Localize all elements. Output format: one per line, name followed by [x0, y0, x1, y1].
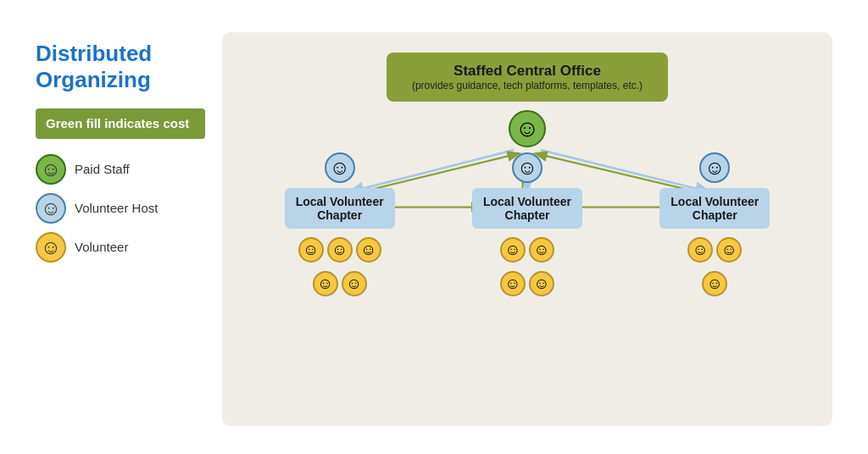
chapter-right-box: Local Volunteer Chapter [659, 188, 770, 229]
central-office-box: Staffed Central Office (provides guidanc… [387, 53, 668, 102]
legend-volunteer-label: Volunteer [75, 240, 128, 254]
volunteer-host-icon: ☺ [36, 193, 66, 224]
chapter-left-box: Local Volunteer Chapter [285, 188, 395, 229]
central-staff-icon: ☺ [509, 110, 546, 147]
chapter-left: ☺ Local Volunteer Chapter ☺ ☺ ☺ ☺ ☺ [281, 152, 399, 296]
volunteers-right-top: ☺ ☺ [687, 237, 742, 263]
volunteers-left-bottom: ☺ ☺ [313, 271, 367, 296]
volunteer-icon: ☺ [687, 237, 713, 263]
diagram-body: ☺ ☺ Local Volunteer Chapter ☺ ☺ ☺ ☺ ☺ [246, 108, 809, 406]
central-office-subtitle: (provides guidance, tech platforms, temp… [412, 80, 643, 91]
legend-volunteer-host: ☺ Volunteer Host [36, 193, 205, 224]
volunteers-center-top: ☺ ☺ [500, 237, 554, 263]
left-panel: Distributed Organizing Green fill indica… [36, 32, 205, 263]
volunteer-host-left-icon: ☺ [325, 152, 355, 183]
green-fill-indicator: Green fill indicates cost [36, 108, 205, 139]
page-container: Distributed Organizing Green fill indica… [19, 15, 849, 439]
volunteers-right-bottom: ☺ [702, 271, 727, 296]
volunteer-host-center-icon: ☺ [512, 152, 542, 183]
volunteer-icon: ☺ [529, 271, 554, 296]
volunteer-icon: ☺ [356, 237, 381, 263]
legend-volunteer: ☺ Volunteer [36, 232, 205, 263]
central-office-node: ☺ [509, 110, 546, 147]
volunteer-icon: ☺ [313, 271, 338, 296]
volunteer-host-right-icon: ☺ [699, 152, 730, 183]
chapter-center: ☺ Local Volunteer Chapter ☺ ☺ ☺ ☺ [468, 152, 587, 296]
legend: ☺ Paid Staff ☺ Volunteer Host ☺ Voluntee… [36, 154, 205, 263]
volunteer-icon: ☺ [342, 271, 367, 296]
volunteer-icon: ☺ [500, 237, 526, 263]
volunteer-icon: ☺ [529, 237, 554, 263]
volunteer-icon: ☺ [702, 271, 727, 296]
legend-paid-staff-label: Paid Staff [75, 162, 130, 176]
paid-staff-icon: ☺ [36, 154, 66, 185]
volunteer-icon: ☺ [716, 237, 742, 263]
chapter-center-box: Local Volunteer Chapter [472, 188, 582, 229]
legend-volunteer-host-label: Volunteer Host [75, 201, 158, 215]
volunteer-icon: ☺ [327, 237, 353, 263]
central-office-title: Staffed Central Office [412, 63, 643, 80]
page-title: Distributed Organizing [36, 41, 205, 93]
volunteer-icon: ☺ [500, 271, 526, 296]
volunteer-icon: ☺ [36, 232, 66, 263]
chapter-right: ☺ Local Volunteer Chapter ☺ ☺ ☺ [655, 152, 774, 296]
volunteer-icon: ☺ [298, 237, 324, 263]
volunteers-center-bottom: ☺ ☺ [500, 271, 554, 296]
chapters-row: ☺ Local Volunteer Chapter ☺ ☺ ☺ ☺ ☺ ☺ [246, 152, 809, 296]
volunteers-left-top: ☺ ☺ ☺ [298, 237, 381, 263]
legend-paid-staff: ☺ Paid Staff [36, 154, 205, 185]
diagram-panel: Staffed Central Office (provides guidanc… [222, 32, 832, 426]
